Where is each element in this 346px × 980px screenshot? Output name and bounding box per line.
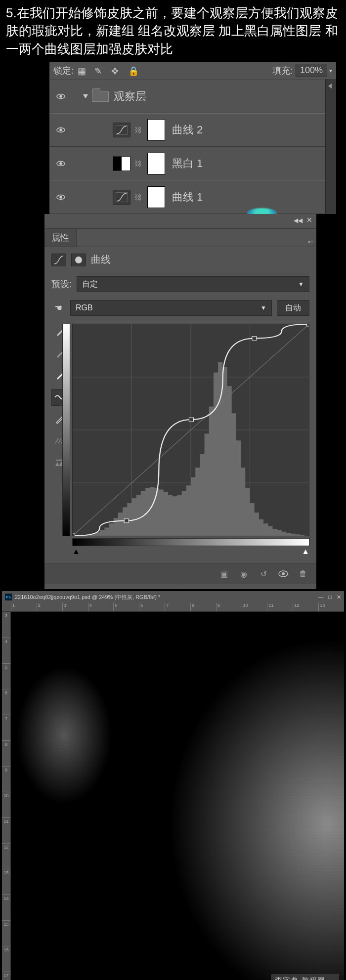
layer-name[interactable]: 曲线 2 [172,123,203,137]
black-slider-icon[interactable]: ▲ [72,547,80,556]
ruler-tick: 8 [2,740,10,766]
lock-transparency-icon[interactable]: ▦ [78,66,87,76]
chevron-down-icon: ▼ [298,281,304,288]
ruler-tick: 5 [113,603,139,611]
ruler-tick: 7 [2,715,10,740]
document-canvas[interactable]: 查字典 教程网 jiaocheng.chazidian.com [11,612,344,980]
folder-expand-icon[interactable] [83,94,88,98]
arrow-left-icon [328,84,332,88]
properties-footer: ▣ ◉ ↺ 🗑 [44,563,316,584]
ruler-tick: 13 [2,869,10,895]
document-title: 221610o2eq82jjqzouvq9o1.psd @ 249% (中性灰,… [15,594,160,601]
layer-row[interactable]: ⛓ 黑白 1 [49,147,336,180]
black-white-adjustment-icon [113,156,130,171]
ruler-tick: 1 [11,603,37,611]
visibility-icon[interactable] [53,93,68,99]
fill-label: 填充: [272,65,293,77]
close-icon[interactable]: ✕ [337,594,341,600]
svg-rect-22 [307,324,309,326]
layers-panel: 锁定: ▦ ✎ ✥ 🔒 填充: 100% ▾ 观察层 ⛓ 曲线 2 ⛓ 黑白 1 [49,62,336,214]
fill-value[interactable]: 100% [296,64,327,77]
view-previous-icon[interactable]: ◉ [238,568,249,579]
layer-row[interactable]: ⛓ 曲线 1 [49,180,336,214]
lock-pixels-icon[interactable]: ✎ [94,66,104,76]
ruler-tick: 11 [2,817,10,843]
svg-point-24 [282,572,285,575]
lock-all-icon[interactable]: 🔒 [128,66,138,76]
layer-name[interactable]: 曲线 1 [172,190,203,205]
white-slider-icon[interactable]: ▲ [302,547,309,556]
lock-row: 锁定: ▦ ✎ ✥ 🔒 填充: 100% ▾ [49,62,336,80]
lock-label: 锁定: [53,65,74,77]
layer-name[interactable]: 黑白 1 [172,156,203,171]
panel-scrollbar[interactable] [325,80,336,214]
link-icon[interactable]: ⛓ [134,160,143,168]
ruler-tick: 12 [2,843,10,869]
reset-icon[interactable]: ↺ [258,568,269,579]
properties-panel: ◀◀ ✕ 属性 ▾≡ 曲线 预设: 自定 ▼ ☚ RGB ▼ 自动 [44,214,316,589]
ruler-tick: 3 [62,603,88,611]
ruler-tick: 6 [2,689,10,715]
ruler-tick: 9 [216,603,242,611]
curves-graph[interactable]: ▲ ▲ [72,324,309,556]
ruler-tick: 16 [2,946,10,972]
adjustment-title: 曲线 [91,253,111,266]
ruler-tick: 9 [2,766,10,792]
svg-point-10 [75,256,82,263]
watermark: 查字典 教程网 jiaocheng.chazidian.com [271,974,339,980]
channel-value: RGB [76,303,93,312]
folder-icon [92,91,109,102]
mask-thumbnail[interactable] [147,153,165,174]
maximize-icon[interactable]: □ [328,594,332,600]
ruler-tick: 5 [2,663,10,689]
svg-point-8 [59,196,62,198]
svg-rect-20 [189,418,193,422]
svg-rect-19 [124,519,129,523]
document-window: Ps 221610o2eq82jjqzouvq9o1.psd @ 249% (中… [2,591,344,980]
svg-point-1 [59,95,62,97]
close-icon[interactable]: ✕ [306,216,312,224]
ruler-tick: 3 [2,612,10,638]
group-name[interactable]: 观察层 [114,89,146,104]
ruler-tick: 13 [318,603,344,611]
clip-to-layer-icon[interactable]: ▣ [218,568,229,579]
mask-thumbnail[interactable] [147,119,165,141]
watermark-main: 查字典 教程网 [275,976,325,980]
visibility-icon[interactable] [53,161,68,167]
channel-dropdown[interactable]: RGB ▼ [70,300,272,316]
photoshop-icon: Ps [5,594,12,600]
ruler-tick: 2 [37,603,62,611]
image-content [11,612,344,980]
collapse-icon[interactable]: ◀◀ [294,217,303,224]
chevron-down-icon[interactable]: ▾ [329,67,332,74]
vertical-ruler[interactable]: 34567891011121314151617 [2,612,11,980]
preset-value: 自定 [82,279,98,290]
toggle-visibility-icon[interactable] [278,568,289,579]
ruler-tick: 4 [88,603,114,611]
properties-tab[interactable]: 属性 [44,229,77,247]
targeted-adjustment-icon[interactable]: ☚ [51,301,65,315]
channel-row: ☚ RGB ▼ 自动 [44,296,316,320]
layer-row[interactable]: ⛓ 曲线 2 [49,113,336,147]
chevron-down-icon: ▼ [260,304,266,311]
lock-position-icon[interactable]: ✥ [111,66,121,76]
panel-grip[interactable]: :::::::: [44,584,316,589]
document-title-bar[interactable]: Ps 221610o2eq82jjqzouvq9o1.psd @ 249% (中… [2,591,344,603]
mask-thumbnail[interactable] [147,186,165,208]
ruler-tick: 8 [190,603,216,611]
ruler-tick: 10 [242,603,267,611]
minimize-icon[interactable]: — [318,594,323,600]
auto-button[interactable]: 自动 [277,300,309,316]
curves-graph-area[interactable] [72,324,309,536]
horizontal-ruler[interactable]: 12345678910111213 [2,603,344,612]
panel-menu-icon[interactable]: ▾≡ [308,239,313,245]
visibility-icon[interactable] [53,127,68,133]
link-icon[interactable]: ⛓ [134,126,143,134]
ruler-tick: 14 [2,895,10,920]
mask-icon[interactable] [71,254,86,266]
visibility-icon[interactable] [53,194,68,200]
link-icon[interactable]: ⛓ [134,193,143,201]
layer-group-row[interactable]: 观察层 [49,80,336,113]
preset-dropdown[interactable]: 自定 ▼ [77,276,309,292]
delete-icon[interactable]: 🗑 [298,568,308,579]
